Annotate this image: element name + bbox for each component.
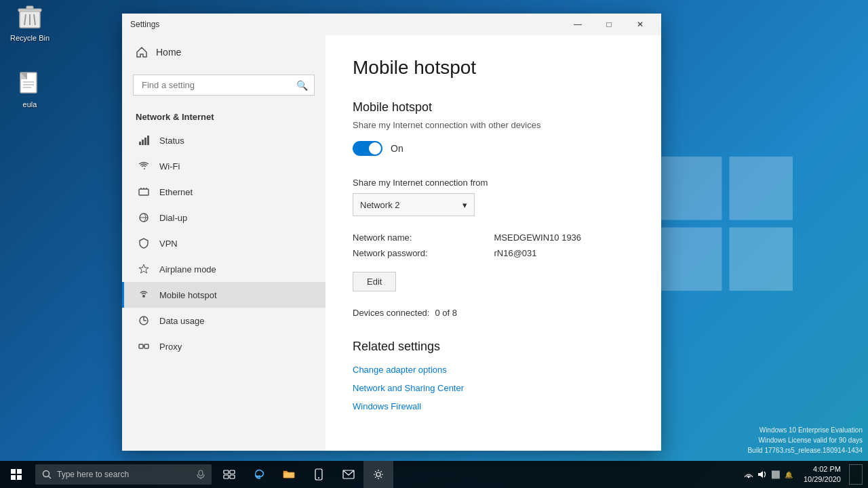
svg-rect-19 bbox=[147, 136, 149, 145]
sidebar-item-ethernet[interactable]: Ethernet bbox=[122, 179, 326, 205]
window-title: Settings bbox=[130, 20, 159, 29]
taskbar-search[interactable]: Type here to search bbox=[35, 464, 212, 485]
taskbar: Type here to search bbox=[0, 461, 868, 488]
svg-point-48 bbox=[748, 476, 749, 478]
svg-rect-42 bbox=[230, 475, 235, 479]
mail-icon bbox=[342, 470, 355, 479]
sidebar-item-datausage-label: Data usage bbox=[159, 316, 205, 326]
sidebar-item-hotspot[interactable]: Mobile hotspot bbox=[122, 282, 326, 308]
show-desktop-button[interactable] bbox=[849, 464, 863, 485]
sidebar-item-airplane-label: Airplane mode bbox=[159, 264, 216, 274]
toggle-row: On bbox=[353, 141, 634, 156]
network-password-value: rN16@031 bbox=[494, 248, 634, 258]
find-setting-input[interactable] bbox=[133, 75, 315, 96]
windows-notice: Windows 10 Enterprise Evaluation Windows… bbox=[747, 425, 863, 455]
vpn-icon bbox=[138, 237, 150, 249]
change-adapter-link[interactable]: Change adapter options bbox=[353, 365, 634, 375]
start-icon bbox=[10, 468, 22, 481]
svg-rect-29 bbox=[144, 344, 149, 348]
sidebar-item-airplane[interactable]: Airplane mode bbox=[122, 256, 326, 282]
desktop: Recycle Bin eula Settings — □ ✕ bbox=[0, 0, 868, 488]
mail-button[interactable] bbox=[334, 461, 363, 488]
network-tray-icon bbox=[744, 470, 753, 479]
sharing-center-link[interactable]: Network and Sharing Center bbox=[353, 383, 634, 393]
wifi-icon bbox=[138, 160, 150, 172]
svg-rect-1 bbox=[730, 157, 793, 220]
edit-button[interactable]: Edit bbox=[353, 272, 396, 291]
share-dropdown[interactable]: Network 2 ▾ bbox=[353, 193, 475, 216]
sidebar-item-vpn[interactable]: VPN bbox=[122, 230, 326, 256]
edge-button[interactable] bbox=[244, 461, 274, 488]
svg-rect-33 bbox=[11, 475, 16, 480]
recycle-bin-icon[interactable]: Recycle Bin bbox=[3, 1, 57, 45]
eula-label: eula bbox=[23, 100, 37, 108]
svg-point-47 bbox=[376, 472, 380, 476]
svg-rect-28 bbox=[139, 344, 143, 348]
sidebar-item-dialup[interactable]: Dial-up bbox=[122, 205, 326, 230]
recycle-bin-image bbox=[16, 4, 43, 31]
task-view-button[interactable] bbox=[214, 461, 244, 488]
svg-rect-6 bbox=[26, 6, 33, 9]
svg-rect-0 bbox=[658, 157, 722, 220]
system-tray-icons: ⬜ 🔔 bbox=[741, 470, 795, 479]
mobile-hotspot-toggle[interactable] bbox=[353, 141, 382, 156]
sidebar-item-proxy[interactable]: Proxy bbox=[122, 333, 326, 359]
maximize-button[interactable]: □ bbox=[593, 14, 625, 35]
phone-icon bbox=[314, 468, 323, 481]
search-icon: 🔍 bbox=[296, 80, 308, 91]
minimize-button[interactable]: — bbox=[562, 14, 593, 35]
svg-rect-5 bbox=[18, 9, 41, 12]
devices-connected-value: 0 of 8 bbox=[435, 308, 457, 318]
svg-point-45 bbox=[318, 477, 319, 479]
hotspot-icon bbox=[138, 289, 150, 301]
close-button[interactable]: ✕ bbox=[625, 14, 656, 35]
start-button[interactable] bbox=[0, 461, 33, 488]
svg-rect-20 bbox=[139, 189, 149, 195]
taskbar-search-text: Type here to search bbox=[57, 470, 129, 479]
svg-rect-3 bbox=[730, 228, 793, 291]
toggle-label: On bbox=[391, 143, 403, 154]
taskbar-right: ⬜ 🔔 4:02 PM 10/29/2020 bbox=[741, 464, 868, 485]
svg-point-26 bbox=[142, 295, 145, 298]
home-label: Home bbox=[156, 47, 181, 58]
phone-button[interactable] bbox=[304, 461, 334, 488]
svg-rect-39 bbox=[224, 470, 229, 474]
svg-rect-2 bbox=[658, 228, 722, 291]
sidebar-item-vpn-label: VPN bbox=[159, 239, 178, 249]
clock-date: 10/29/2020 bbox=[804, 474, 841, 485]
sidebar-item-datausage[interactable]: Data usage bbox=[122, 308, 326, 333]
svg-rect-16 bbox=[139, 142, 141, 145]
svg-line-36 bbox=[49, 476, 52, 479]
win-notice-line3: Build 17763.rs5_release.180914-1434 bbox=[747, 445, 863, 455]
window-controls: — □ ✕ bbox=[562, 14, 656, 35]
clock[interactable]: 4:02 PM 10/29/2020 bbox=[798, 464, 846, 485]
ethernet-icon bbox=[138, 186, 150, 198]
sound-tray-icon bbox=[757, 470, 767, 479]
sidebar-item-hotspot-label: Mobile hotspot bbox=[159, 290, 217, 300]
sidebar-item-status[interactable]: Status bbox=[122, 127, 326, 153]
svg-rect-17 bbox=[142, 140, 144, 145]
svg-rect-18 bbox=[144, 138, 146, 145]
sidebar: Home 🔍 Network & Internet Status bbox=[122, 35, 326, 451]
file-explorer-button[interactable] bbox=[274, 461, 304, 488]
eula-icon[interactable]: eula bbox=[3, 68, 57, 111]
task-view-icon bbox=[223, 470, 235, 479]
title-bar: Settings — □ ✕ bbox=[122, 14, 661, 35]
toggle-thumb bbox=[369, 142, 381, 155]
network-password-label: Network password: bbox=[353, 248, 480, 258]
sidebar-item-wifi-label: Wi-Fi bbox=[159, 161, 180, 171]
sidebar-item-proxy-label: Proxy bbox=[159, 342, 182, 352]
dropdown-chevron-icon: ▾ bbox=[462, 200, 467, 210]
section-title: Mobile hotspot bbox=[353, 100, 634, 115]
win-notice-line2: Windows License valid for 90 days bbox=[747, 435, 863, 445]
firewall-link[interactable]: Windows Firewall bbox=[353, 401, 634, 411]
related-settings-title: Related settings bbox=[353, 340, 634, 354]
eula-image bbox=[16, 70, 43, 98]
settings-taskbar-button[interactable] bbox=[363, 461, 393, 488]
data-usage-icon bbox=[138, 314, 150, 327]
section-desc: Share my Internet connection with other … bbox=[353, 120, 634, 130]
sidebar-home[interactable]: Home bbox=[122, 35, 326, 69]
sidebar-section-title: Network & Internet bbox=[122, 101, 326, 127]
sidebar-item-wifi[interactable]: Wi-Fi bbox=[122, 153, 326, 179]
network-name-label: Network name: bbox=[353, 232, 480, 243]
